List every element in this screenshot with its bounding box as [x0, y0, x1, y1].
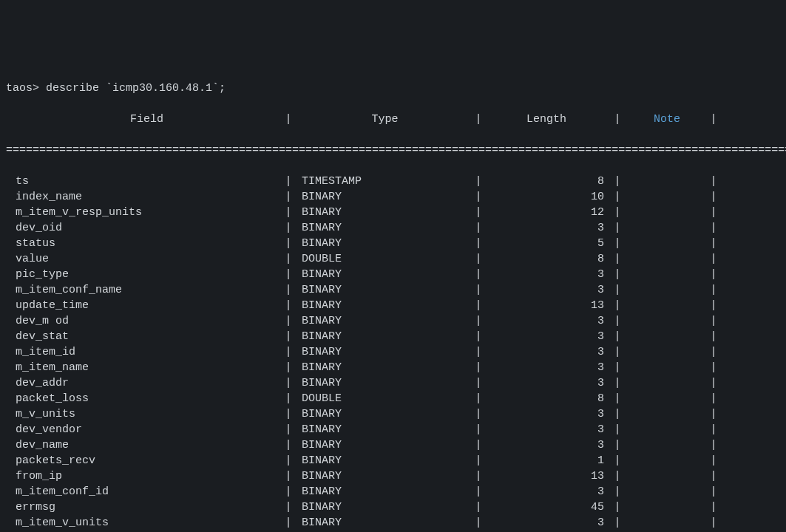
separator: | — [614, 515, 621, 531]
separator: | — [710, 112, 717, 127]
cell-note — [621, 391, 710, 406]
separator: | — [475, 313, 482, 329]
cell-note — [621, 282, 710, 298]
cell-type: BINARY — [292, 515, 475, 531]
cell-type: BINARY — [292, 484, 475, 499]
cell-type: BINARY — [292, 375, 475, 391]
separator: | — [710, 437, 717, 453]
table-row: pic_type| BINARY|3 || — [6, 267, 780, 282]
separator: | — [614, 391, 621, 406]
table-row: value| DOUBLE|8 || — [6, 251, 780, 267]
cell-length: 3 — [482, 515, 614, 531]
cell-length: 3 — [482, 220, 614, 236]
cell-note — [621, 205, 710, 220]
separator: | — [285, 174, 292, 189]
cell-type: TIMESTAMP — [292, 174, 475, 189]
cell-length: 3 — [482, 406, 614, 422]
table-row: index_name| BINARY|10 || — [6, 189, 780, 205]
separator: | — [475, 375, 482, 391]
cell-type: BINARY — [292, 344, 475, 360]
cell-type: BINARY — [292, 236, 475, 251]
header-field: Field — [6, 112, 285, 127]
separator: | — [614, 329, 621, 344]
table-row: status| BINARY|5 || — [6, 236, 780, 251]
separator: | — [710, 282, 717, 298]
header-type: Type — [292, 112, 475, 127]
separator: | — [614, 422, 621, 437]
cell-field: dev_stat — [6, 329, 285, 344]
separator: | — [710, 406, 717, 422]
separator: | — [710, 236, 717, 251]
separator: | — [710, 267, 717, 282]
separator: | — [710, 251, 717, 267]
cell-length: 3 — [482, 344, 614, 360]
separator: | — [285, 375, 292, 391]
cell-field: update_time — [6, 298, 285, 313]
separator: | — [710, 189, 717, 205]
cell-length: 45 — [482, 499, 614, 515]
separator: | — [285, 298, 292, 313]
separator: | — [710, 515, 717, 531]
separator: | — [614, 484, 621, 499]
separator: | — [710, 313, 717, 329]
cell-field: errmsg — [6, 499, 285, 515]
separator: | — [285, 329, 292, 344]
cell-field: m_item_name — [6, 360, 285, 375]
separator: | — [475, 499, 482, 515]
table-row: dev_vendor| BINARY|3 || — [6, 422, 780, 437]
terminal-output: taos> describe `icmp30.160.48.1`; Field|… — [6, 65, 780, 532]
separator: | — [285, 360, 292, 375]
header-length: Length — [482, 112, 614, 127]
cell-note — [621, 174, 710, 189]
table-row: dev_addr| BINARY|3 || — [6, 375, 780, 391]
cell-note — [621, 220, 710, 236]
cell-note — [621, 375, 710, 391]
separator: | — [614, 236, 621, 251]
separator: | — [475, 468, 482, 484]
table-row: packets_recv| BINARY|1 || — [6, 453, 780, 468]
separator: | — [614, 360, 621, 375]
separator: | — [710, 205, 717, 220]
separator: | — [710, 329, 717, 344]
cell-length: 3 — [482, 267, 614, 282]
cell-type: BINARY — [292, 437, 475, 453]
separator: | — [285, 484, 292, 499]
separator: | — [614, 313, 621, 329]
cell-type: BINARY — [292, 406, 475, 422]
separator: | — [475, 422, 482, 437]
cell-length: 3 — [482, 484, 614, 499]
cell-field: value — [6, 251, 285, 267]
cell-field: from_ip — [6, 468, 285, 484]
separator: | — [285, 267, 292, 282]
separator: | — [475, 515, 482, 531]
cell-type: BINARY — [292, 360, 475, 375]
cell-type: BINARY — [292, 267, 475, 282]
cell-field: dev_m od — [6, 313, 285, 329]
table-row: m_item_name| BINARY|3 || — [6, 360, 780, 375]
cell-length: 8 — [482, 174, 614, 189]
separator: | — [475, 298, 482, 313]
separator: | — [475, 453, 482, 468]
separator: | — [710, 422, 717, 437]
separator: | — [475, 329, 482, 344]
cell-field: m_item_id — [6, 344, 285, 360]
separator: | — [285, 220, 292, 236]
cell-type: BINARY — [292, 189, 475, 205]
cell-length: 3 — [482, 437, 614, 453]
separator: | — [475, 236, 482, 251]
separator: | — [614, 174, 621, 189]
cell-type: BINARY — [292, 282, 475, 298]
cell-field: packet_loss — [6, 391, 285, 406]
separator: | — [285, 499, 292, 515]
cell-type: BINARY — [292, 422, 475, 437]
separator: | — [285, 453, 292, 468]
separator: | — [285, 205, 292, 220]
separator: | — [285, 189, 292, 205]
cell-length: 3 — [482, 329, 614, 344]
cell-type: DOUBLE — [292, 251, 475, 267]
cell-field: status — [6, 236, 285, 251]
cell-type: BINARY — [292, 453, 475, 468]
separator: | — [285, 251, 292, 267]
separator: | — [285, 282, 292, 298]
table-row: dev_stat| BINARY|3 || — [6, 329, 780, 344]
